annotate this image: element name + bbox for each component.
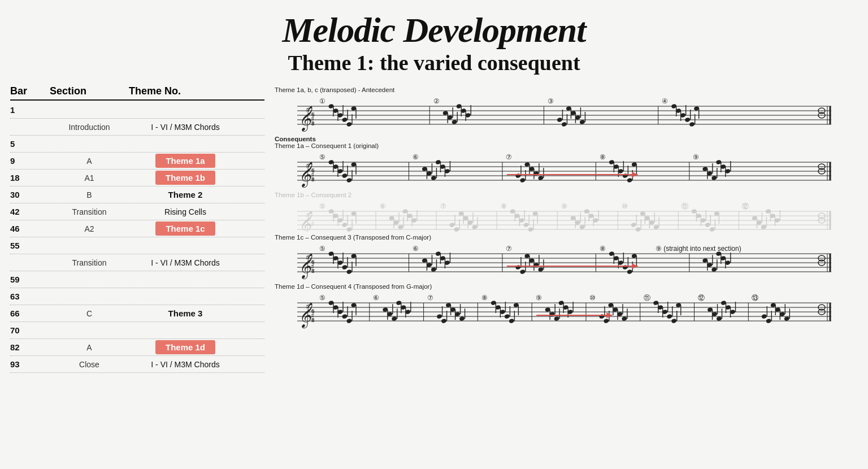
theme-badge: Theme 1c bbox=[155, 222, 215, 236]
table-row: 66CTheme 3 bbox=[10, 305, 264, 322]
svg-point-487 bbox=[766, 318, 772, 323]
notation-label-sub: Theme 1a – Consequent 1 (original) bbox=[275, 142, 379, 149]
svg-point-465 bbox=[671, 318, 677, 323]
table-row: 18A1Theme 1b bbox=[10, 170, 264, 186]
svg-text:⑫: ⑫ bbox=[698, 294, 705, 302]
svg-point-17 bbox=[342, 117, 348, 122]
svg-point-243 bbox=[653, 224, 659, 229]
svg-text:♯: ♯ bbox=[311, 171, 314, 179]
header-bar: Bar bbox=[10, 85, 50, 97]
cell-section: B bbox=[50, 190, 129, 199]
svg-point-336 bbox=[622, 264, 628, 270]
svg-point-453 bbox=[622, 316, 628, 321]
table-row: IntroductionI - VI / M3M Chords bbox=[10, 119, 264, 136]
svg-point-463 bbox=[666, 314, 672, 319]
header-section: Section bbox=[50, 85, 129, 97]
theme-badge: Theme 1d bbox=[155, 340, 215, 354]
svg-text:⑥: ⑥ bbox=[373, 294, 379, 302]
svg-text:⑦: ⑦ bbox=[427, 294, 433, 302]
cell-section: A bbox=[50, 343, 129, 352]
svg-point-391 bbox=[392, 316, 398, 321]
table-row: 93CloseI - VI / M3M Chords bbox=[10, 356, 264, 373]
svg-text:⑤: ⑤ bbox=[319, 202, 326, 210]
svg-point-86 bbox=[342, 173, 348, 178]
svg-text:⑨: ⑨ bbox=[536, 294, 542, 302]
svg-text:⑪: ⑪ bbox=[682, 202, 688, 210]
main-content: Bar Section Theme No. 1IntroductionI - V… bbox=[0, 85, 868, 373]
svg-point-233 bbox=[631, 222, 637, 227]
table-row: 70 bbox=[10, 322, 264, 339]
cell-section: C bbox=[50, 309, 129, 318]
svg-text:⑩: ⑩ bbox=[622, 202, 628, 210]
cell-bar: 5 bbox=[10, 137, 50, 151]
svg-text:⑨: ⑨ bbox=[561, 202, 567, 210]
svg-point-348 bbox=[711, 267, 718, 272]
svg-point-61 bbox=[689, 121, 695, 127]
cell-bar bbox=[10, 125, 50, 129]
svg-point-193 bbox=[454, 227, 460, 232]
cell-section: A bbox=[50, 157, 129, 166]
notation-row: Theme 1a, b, c (transposed) - Antecedent… bbox=[275, 86, 858, 136]
cell-bar: 42 bbox=[10, 205, 50, 219]
cell-section: Close bbox=[50, 360, 129, 369]
staff-svg-container: 𝄞68♯♯⑤⑥⑦⑧⑨ (straight into next section) bbox=[275, 241, 858, 283]
cell-theme: I - VI / M3M Chords bbox=[129, 258, 242, 267]
table-row: 30BTheme 2 bbox=[10, 186, 264, 203]
svg-point-128 bbox=[622, 173, 628, 178]
cell-section: Transition bbox=[50, 258, 129, 267]
cell-bar: 30 bbox=[10, 188, 50, 202]
svg-point-401 bbox=[436, 314, 442, 319]
svg-point-140 bbox=[711, 175, 718, 180]
svg-point-423 bbox=[509, 318, 515, 323]
staff-svg-container: 𝄞68♯♯①②③④ bbox=[275, 94, 858, 136]
svg-text:②: ② bbox=[433, 97, 440, 105]
table-row: 5 bbox=[10, 136, 264, 153]
table-row: 55 bbox=[10, 237, 264, 254]
svg-point-253 bbox=[705, 222, 711, 227]
svg-text:③: ③ bbox=[548, 97, 554, 105]
staff-svg-container: 𝄞68♯♯⑤⑥⑦⑧⑨⑩⑪⑫⑬ bbox=[275, 290, 858, 332]
svg-point-130 bbox=[627, 177, 633, 183]
svg-point-445 bbox=[604, 318, 610, 323]
svg-point-59 bbox=[684, 117, 691, 122]
svg-text:⑧: ⑧ bbox=[600, 245, 606, 253]
svg-point-381 bbox=[346, 318, 353, 323]
notation-row: Theme 1b – Consequent 2𝄞♯♯⑤⑥⑦⑧⑨⑩⑪⑫ bbox=[275, 192, 858, 234]
svg-text:⑧: ⑧ bbox=[501, 202, 507, 210]
notation-label: Theme 1c – Consequent 3 (Transposed from… bbox=[275, 234, 858, 241]
notation-label: Theme 1d – Consequent 4 (Transposed from… bbox=[275, 283, 858, 290]
svg-text:⑥: ⑥ bbox=[380, 202, 386, 210]
cell-bar: 18 bbox=[10, 171, 50, 185]
svg-text:⑩: ⑩ bbox=[589, 294, 596, 302]
svg-text:⑧: ⑧ bbox=[600, 153, 606, 161]
table-row: 9ATheme 1a bbox=[10, 153, 264, 170]
notation-body: Theme 1a, b, c (transposed) - Antecedent… bbox=[275, 86, 858, 332]
svg-text:⑥: ⑥ bbox=[413, 153, 419, 161]
svg-text:⑤: ⑤ bbox=[319, 245, 326, 253]
svg-text:⑦: ⑦ bbox=[506, 153, 512, 161]
svg-text:⑤: ⑤ bbox=[319, 153, 326, 161]
cell-bar: 1 bbox=[10, 103, 50, 117]
cell-theme: I - VI / M3M Chords bbox=[129, 360, 242, 369]
svg-text:♯: ♯ bbox=[306, 211, 309, 219]
svg-text:⑫: ⑫ bbox=[742, 202, 749, 210]
table-row: 42TransitionRising Cells bbox=[10, 203, 264, 220]
svg-text:⑨ (straight into next section): ⑨ (straight into next section) bbox=[656, 245, 741, 253]
svg-text:♯: ♯ bbox=[306, 302, 309, 311]
svg-text:♯: ♯ bbox=[311, 115, 314, 123]
svg-text:⑦: ⑦ bbox=[440, 202, 446, 210]
cell-section: A1 bbox=[50, 173, 129, 183]
cell-bar bbox=[10, 260, 50, 265]
cell-bar: 46 bbox=[10, 222, 50, 236]
cell-theme: Theme 1d bbox=[129, 340, 242, 354]
table-body: 1IntroductionI - VI / M3M Chords59ATheme… bbox=[10, 102, 264, 373]
cell-section: A2 bbox=[50, 224, 129, 233]
cell-bar: 9 bbox=[10, 154, 50, 168]
notation-row: ConsequentsTheme 1a – Consequent 1 (orig… bbox=[275, 136, 858, 192]
header-theme: Theme No. bbox=[129, 85, 242, 97]
svg-point-495 bbox=[784, 316, 790, 321]
svg-text:④: ④ bbox=[662, 97, 668, 105]
svg-point-338 bbox=[627, 269, 633, 274]
notation-label: Theme 1a, b, c (transposed) - Antecedent bbox=[275, 86, 858, 93]
cell-bar: 59 bbox=[10, 272, 50, 286]
